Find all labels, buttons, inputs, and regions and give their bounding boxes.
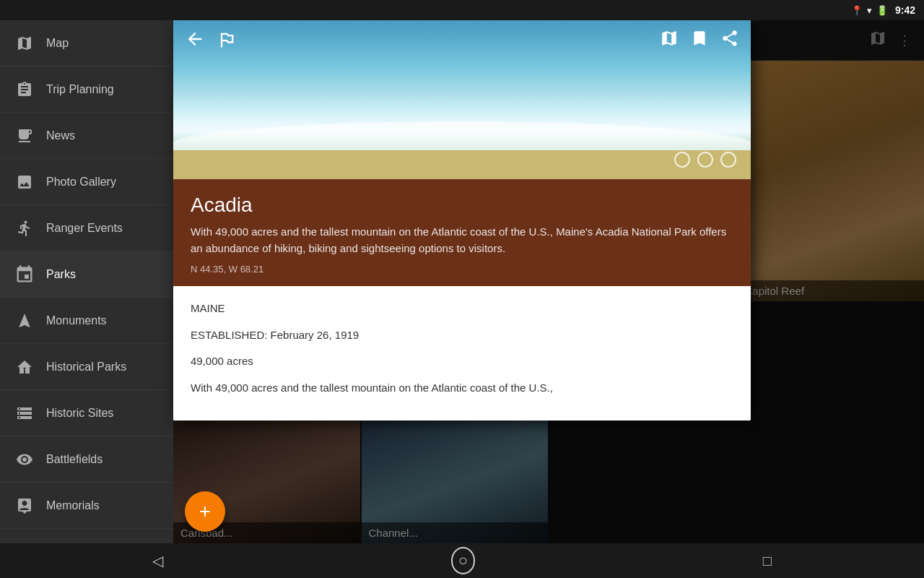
sidebar-item-trip-planning[interactable]: Trip Planning [0,66,173,113]
park-coordinates: N 44.35, W 68.21 [191,264,733,275]
sidebar-item-battlefields[interactable]: Battlefields [0,436,173,483]
detail-established: ESTABLISHED: February 26, 1919 [191,327,733,344]
wifi-icon: ▾ [867,5,872,16]
ranger-events-icon [12,220,38,237]
fab-add-button[interactable]: + [185,491,225,532]
monuments-icon [12,312,38,329]
trip-planning-icon [12,81,38,98]
sidebar-item-monuments[interactable]: Monuments [0,298,173,344]
park-hero [173,20,751,179]
fab-plus-icon: + [199,501,211,522]
bottom-nav-bar: ◁ ○ □ [0,543,924,578]
detail-full-description: With 49,000 acres and the tallest mounta… [191,380,733,397]
sidebar-item-gallery-label: Photo Gallery [46,176,116,189]
sidebar-item-map[interactable]: Map [0,20,173,66]
preserves-icon [12,543,38,544]
historical-parks-icon [12,358,38,376]
hero-right-controls [660,29,739,52]
recent-nav-button[interactable]: □ [746,547,789,575]
sidebar-item-monuments-label: Monuments [46,314,107,327]
location-icon: 📍 [851,5,863,16]
sidebar-item-parks-label: Parks [46,268,76,281]
mountain-icon [217,30,237,54]
detail-acres: 49,000 acres [191,353,733,370]
pagination-dot-3[interactable] [720,152,736,168]
hero-map-icon[interactable] [660,29,679,52]
memorials-icon [12,497,38,514]
app-container: Map Trip Planning News Photo Gallery [0,20,924,543]
hero-controls [173,20,751,63]
detail-state: MAINE [191,301,733,317]
park-detail-body: MAINE ESTABLISHED: February 26, 1919 49,… [173,286,751,420]
time-display: 9:42 [895,4,915,16]
sidebar-item-historical-parks[interactable]: Historical Parks [0,344,173,390]
sidebar-item-historic-sites-label: Historic Sites [46,407,113,420]
sidebar-item-memorials-label: Memorials [46,499,100,512]
sidebar-item-battlefields-label: Battlefields [46,453,103,466]
battlefields-icon [12,451,38,468]
status-bar: 📍 ▾ 🔋 9:42 [0,0,924,20]
back-button[interactable] [185,29,205,54]
sidebar-item-parks[interactable]: Parks [0,251,173,298]
sidebar-item-trip-label: Trip Planning [46,83,114,96]
parks-icon [12,264,38,285]
sidebar-item-historic-sites[interactable]: Historic Sites [0,390,173,436]
news-icon [12,127,38,144]
main-content: Parks ⋮ Big Bend A swath of Chihuahuan D… [173,20,924,543]
home-nav-button[interactable]: ○ [451,547,475,574]
map-icon [12,35,38,52]
battery-icon: 🔋 [876,5,888,16]
back-nav-button[interactable]: ◁ [135,546,180,575]
sidebar-item-ranger-label: Ranger Events [46,222,123,235]
sidebar-item-ranger-events[interactable]: Ranger Events [0,205,173,251]
sidebar-item-news-label: News [46,129,75,142]
bookmark-icon[interactable] [690,29,709,52]
pagination-dot-1[interactable] [674,152,690,168]
pagination-dots [674,152,736,168]
sidebar: Map Trip Planning News Photo Gallery [0,20,173,543]
sidebar-item-photo-gallery[interactable]: Photo Gallery [0,159,173,205]
detail-card: Acadia With 49,000 acres and the tallest… [173,20,751,420]
pagination-dot-2[interactable] [697,152,713,168]
hero-sand [173,150,751,179]
park-description: With 49,000 acres and the tallest mounta… [191,224,733,256]
status-icons: 📍 ▾ 🔋 9:42 [851,4,915,16]
photo-gallery-icon [12,173,38,191]
sidebar-item-news[interactable]: News [0,113,173,159]
sidebar-item-memorials[interactable]: Memorials [0,483,173,529]
park-name: Acadia [191,194,733,217]
hero-left-controls [185,29,237,54]
sidebar-item-historical-parks-label: Historical Parks [46,361,126,374]
sidebar-item-map-label: Map [46,37,69,50]
sidebar-item-preserves[interactable]: Preserves [0,529,173,543]
park-info-header: Acadia With 49,000 acres and the tallest… [173,179,751,286]
share-icon[interactable] [720,29,739,52]
historic-sites-icon [12,405,38,422]
